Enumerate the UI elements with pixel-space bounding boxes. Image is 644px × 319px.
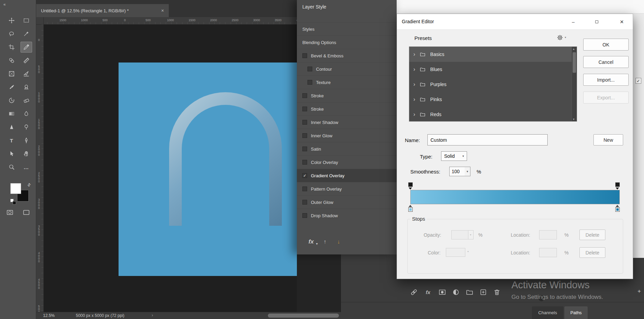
swap-colors-icon[interactable]: ⇄ <box>26 182 32 188</box>
ruler-origin-box[interactable] <box>36 17 44 25</box>
style-checkbox[interactable] <box>302 120 307 125</box>
vertical-ruler[interactable]: 0500100015002000250030003500400045005000… <box>36 25 44 312</box>
horizontal-scrollbar-thumb[interactable] <box>268 314 339 318</box>
style-item-color-overlay[interactable]: Color Overlay <box>297 155 397 169</box>
dodge-tool[interactable] <box>20 122 32 133</box>
pen-tool[interactable] <box>20 135 32 146</box>
scrollbar-thumb[interactable] <box>573 52 576 73</box>
gradient-preview-bar[interactable] <box>410 190 620 204</box>
gradient-editor-titlebar[interactable]: Gradient Editor – × <box>397 14 633 30</box>
chevron-right-icon[interactable]: › <box>413 97 415 102</box>
style-item-outer-glow[interactable]: Outer Glow <box>297 195 397 209</box>
style-checkbox[interactable] <box>302 147 307 151</box>
presets-scrollbar[interactable]: ▴ ▾ <box>572 47 577 121</box>
style-checkbox[interactable]: ✓ <box>302 173 307 178</box>
sharpen-tool[interactable] <box>6 122 17 133</box>
style-checkbox[interactable] <box>302 107 307 111</box>
style-checkbox[interactable] <box>302 93 307 98</box>
style-item-bevel-emboss[interactable]: Bevel & Emboss <box>297 49 397 62</box>
link-icon[interactable] <box>410 289 417 296</box>
style-item-styles[interactable]: Styles <box>297 22 397 36</box>
slice-tool[interactable] <box>20 68 32 79</box>
path-selection-tool[interactable] <box>6 148 17 159</box>
more-tools[interactable]: … <box>20 162 32 172</box>
layer-mask-icon[interactable] <box>439 289 446 296</box>
style-checkbox[interactable] <box>302 160 307 165</box>
frame-tool[interactable] <box>6 68 17 79</box>
brush-tool[interactable] <box>6 82 17 93</box>
eyedropper-tool[interactable] <box>20 42 32 53</box>
ok-button[interactable]: OK <box>583 39 629 51</box>
style-item-inner-shadow[interactable]: Inner Shadow <box>297 115 397 129</box>
layer-fx-icon[interactable]: fx <box>424 289 432 296</box>
chevron-right-icon[interactable]: › <box>413 52 415 57</box>
gradient-tool[interactable] <box>6 108 17 119</box>
gradient-name-input[interactable] <box>427 134 548 145</box>
style-checkbox[interactable] <box>302 200 307 205</box>
crop-tool[interactable] <box>6 42 17 53</box>
style-item-blending-options[interactable]: Blending Options <box>297 36 397 49</box>
type-dropdown[interactable]: Solid ▾ <box>441 151 467 161</box>
history-brush-tool[interactable] <box>6 95 17 106</box>
scroll-down-icon[interactable]: ▾ <box>573 117 575 121</box>
smudge-tool[interactable] <box>20 108 32 119</box>
type-tool[interactable]: T <box>6 135 17 146</box>
collapse-panel-icon[interactable]: « <box>3 2 6 7</box>
hand-tool[interactable] <box>20 148 32 159</box>
eraser-tool[interactable] <box>20 95 32 106</box>
style-item-gradient-overlay[interactable]: ✓Gradient Overlay <box>297 169 397 182</box>
document-tab[interactable]: Untitled-1 @ 12.5% (Rectangle 1, RGB/8#)… <box>36 4 169 17</box>
move-effect-down-icon[interactable]: ↓ <box>337 239 340 245</box>
ruler-tool[interactable] <box>20 55 32 66</box>
chevron-right-icon[interactable]: › <box>413 67 415 72</box>
style-checkbox[interactable] <box>302 186 307 191</box>
cancel-button[interactable]: Cancel <box>583 56 629 68</box>
scroll-up-icon[interactable]: ▴ <box>573 47 575 51</box>
healing-brush-tool[interactable] <box>6 55 17 66</box>
style-checkbox[interactable] <box>302 53 307 58</box>
style-checkbox[interactable] <box>302 133 307 138</box>
opacity-stop-left[interactable] <box>408 182 413 187</box>
style-checkbox[interactable] <box>307 67 312 71</box>
preset-folder-purples[interactable]: ›Purples <box>409 77 577 92</box>
fx-menu-button[interactable]: fx <box>309 238 314 245</box>
plus-icon[interactable]: + <box>638 288 641 295</box>
color-stop-right[interactable] <box>615 207 620 212</box>
preset-folder-reds[interactable]: ›Reds <box>409 107 577 122</box>
tab-channels[interactable]: Channels <box>532 306 563 319</box>
style-checkbox[interactable] <box>302 213 307 218</box>
style-item-stroke[interactable]: Stroke <box>297 102 397 115</box>
import-button[interactable]: Import... <box>583 74 629 86</box>
new-group-icon[interactable] <box>466 289 473 296</box>
zoom-level-field[interactable]: 12.5% <box>43 313 55 318</box>
smoothness-input[interactable] <box>449 167 465 176</box>
window-minimize-button[interactable]: – <box>564 14 583 30</box>
tab-close-icon[interactable]: × <box>161 8 164 13</box>
zoom-tool[interactable] <box>6 162 17 172</box>
window-maximize-button[interactable] <box>587 14 606 30</box>
style-item-drop-shadow[interactable]: Drop Shadow <box>297 209 397 222</box>
style-item-contour[interactable]: Contour <box>297 62 397 75</box>
canvas-area[interactable] <box>44 25 297 312</box>
style-item-stroke[interactable]: Stroke <box>297 89 397 102</box>
adjustment-layer-icon[interactable] <box>452 289 460 296</box>
move-tool[interactable] <box>6 15 17 26</box>
horizontal-ruler[interactable]: 1500100050005001000150020002500300035004… <box>36 17 297 25</box>
color-stop-left[interactable] <box>408 207 413 212</box>
screen-mode-icon[interactable] <box>22 209 31 216</box>
smoothness-dropdown-caret[interactable]: ▾ <box>465 167 470 176</box>
preset-folder-blues[interactable]: ›Blues <box>409 62 577 77</box>
chevron-right-icon[interactable]: › <box>413 82 415 87</box>
quick-selection-tool[interactable] <box>20 28 32 39</box>
tab-paths[interactable]: Paths <box>564 306 588 319</box>
quick-mask-icon[interactable] <box>5 209 14 216</box>
preview-checkbox[interactable]: ✓ <box>635 78 641 84</box>
marquee-tool[interactable] <box>20 15 32 26</box>
presets-gear-icon[interactable] <box>557 34 563 41</box>
style-item-satin[interactable]: Satin <box>297 142 397 155</box>
preset-folder-basics[interactable]: ›Basics <box>409 47 577 62</box>
chevron-right-icon[interactable]: › <box>413 112 415 117</box>
window-close-button[interactable]: × <box>611 14 633 30</box>
delete-layer-icon[interactable] <box>493 289 501 296</box>
clone-stamp-tool[interactable] <box>20 82 32 93</box>
